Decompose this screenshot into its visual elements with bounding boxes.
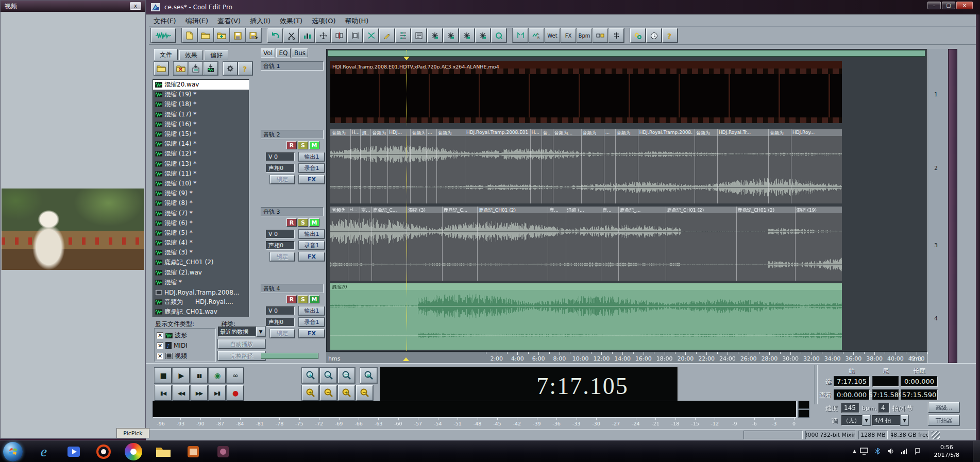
track-name-field[interactable]: 音轨 2: [261, 130, 324, 139]
loop-button[interactable]: ∞: [227, 368, 244, 383]
track-solo-button[interactable]: S: [298, 141, 308, 149]
trim-button[interactable]: [347, 28, 363, 43]
snap-to-zero-button[interactable]: [459, 28, 475, 43]
track-volume-field[interactable]: V 0: [266, 230, 295, 238]
key-dropdown[interactable]: （无） ▼: [841, 415, 870, 425]
menu-item-4[interactable]: 效果(T): [275, 14, 307, 28]
track-solo-button[interactable]: S: [298, 218, 308, 227]
file-list-item[interactable]: 混缩 (5) *: [153, 228, 249, 238]
marker-button[interactable]: [593, 28, 608, 43]
tempo-advanced-button[interactable]: 高级...: [928, 402, 959, 413]
track-output-button[interactable]: 输出1: [299, 306, 325, 315]
time-display[interactable]: 7:17.105: [380, 367, 678, 405]
cut-button[interactable]: [283, 28, 299, 43]
file-type-checkbox-2[interactable]: ✕: [157, 353, 163, 360]
multitrack-view-toggle[interactable]: [151, 28, 176, 43]
track-mute-button[interactable]: M: [309, 218, 319, 227]
track-lock-button[interactable]: 锁定: [270, 329, 295, 338]
file-list-item[interactable]: 混缩 (8) *: [153, 198, 249, 208]
maximize-button[interactable]: ▢: [942, 2, 955, 9]
bpm-button[interactable]: Bpm: [577, 28, 592, 43]
record-button[interactable]: ●: [227, 385, 244, 401]
pause-button[interactable]: ▮▮: [191, 368, 208, 383]
track-pan-field[interactable]: 声相0: [266, 164, 295, 173]
tray-volume-icon[interactable]: [885, 445, 897, 457]
file-list[interactable]: 混缩20.wav混缩 (19) *混缩 (18) *混缩 (17) *混缩 (1…: [153, 79, 249, 317]
snap-to-clips-button[interactable]: [427, 28, 443, 43]
file-list-item[interactable]: 混缩 (12) *: [153, 149, 249, 159]
level-meter[interactable]: -96-93-90-87-84-81-78-75-72-69-66-63-60-…: [153, 401, 817, 425]
track-pan-field[interactable]: 声相0: [266, 241, 295, 250]
selection-field-0-2[interactable]: 0:00.000: [901, 376, 938, 387]
snap-to-ruler-button[interactable]: [443, 28, 459, 43]
zoom-out-vertical-button[interactable]: −: [356, 385, 373, 401]
track-record-device-button[interactable]: 录音1: [299, 164, 325, 173]
track-lock-button[interactable]: 锁定: [270, 175, 295, 184]
meter-dropdown[interactable]: 4/4 拍 ▼: [872, 415, 908, 425]
track-zoom-scrollbar[interactable]: [261, 353, 318, 359]
zoom-full-button[interactable]: ≡: [360, 368, 377, 383]
file-list-item[interactable]: 混缩 (16) *: [153, 119, 249, 129]
track-mute-button[interactable]: M: [309, 295, 319, 303]
file-list-item[interactable]: 混缩 (14) *: [153, 139, 249, 149]
save-as-button[interactable]: [246, 28, 261, 43]
menu-item-1[interactable]: 编辑(E): [181, 14, 213, 28]
open-append-button[interactable]: [214, 28, 229, 43]
file-options-button[interactable]: [223, 62, 238, 75]
track-mute-button[interactable]: M: [309, 141, 319, 149]
app-titlebar[interactable]: ce.ses* - Cool Edit Pro –▢×: [146, 0, 980, 14]
tray-action-center-icon[interactable]: [912, 445, 923, 457]
file-type-checkbox-0[interactable]: ✕: [157, 332, 163, 339]
open-file-button[interactable]: [154, 62, 168, 75]
move-clip-button[interactable]: [315, 28, 331, 43]
settings-button[interactable]: [630, 28, 646, 43]
track-fx-button[interactable]: FX: [299, 252, 325, 261]
import-file-button[interactable]: [189, 62, 203, 75]
file-list-item[interactable]: 混缩 (13) *: [153, 159, 249, 169]
file-list-item[interactable]: 鹿鼎記_CH01 (2): [153, 258, 249, 267]
file-list-item[interactable]: 混缩 (7) *: [153, 208, 249, 218]
rewind-button[interactable]: ◀◀: [173, 385, 190, 401]
timeline-ruler[interactable]: hmshms2:004:006:008:0010:0012:0014:0016:…: [326, 352, 927, 363]
go-end-button[interactable]: ▶▮: [209, 385, 226, 401]
file-list-item[interactable]: 混缩20.wav: [153, 80, 249, 90]
file-list-item[interactable]: 混缩 (19) *: [153, 90, 249, 99]
autoplay-button[interactable]: 自动播放: [218, 339, 265, 349]
meter-dropdown-arrow-icon[interactable]: ▼: [901, 415, 908, 425]
vertical-scrollbar[interactable]: [948, 49, 957, 363]
timeline-viewport[interactable]: HDJ.Royal.Tramp.2008.E01.HDTV.xPad.720p.…: [326, 49, 927, 352]
start-button[interactable]: [3, 442, 23, 461]
open-button[interactable]: [198, 28, 213, 43]
track-fx-button[interactable]: FX: [299, 175, 325, 184]
tempo-beats-field[interactable]: 4: [878, 403, 890, 413]
track-output-button[interactable]: 输出1: [299, 230, 325, 238]
tray-expand-icon[interactable]: ▲: [853, 449, 856, 454]
file-list-item[interactable]: 混缩 *: [153, 278, 249, 287]
file-list-item[interactable]: 混缩 (10) *: [153, 179, 249, 189]
file-list-item[interactable]: 音频为 HDJ.Royal....: [153, 297, 249, 307]
track-solo-button[interactable]: S: [298, 295, 308, 303]
track-record-device-button[interactable]: 录音1: [299, 318, 325, 327]
metronome-button[interactable]: 节拍器: [928, 415, 959, 425]
loop-mode-button[interactable]: [491, 28, 506, 43]
clip-properties-button[interactable]: [411, 28, 427, 43]
pencil-button[interactable]: [379, 28, 395, 43]
file-list-item[interactable]: 混缩 (6) *: [153, 218, 249, 228]
track-record-button[interactable]: R: [286, 295, 297, 303]
mix-down-button[interactable]: [395, 28, 411, 43]
playhead-marker-top-icon[interactable]: [403, 57, 410, 60]
selection-field-1-0[interactable]: 0:00.000: [834, 389, 870, 400]
tray-monitor-icon[interactable]: [858, 445, 870, 457]
file-list-item[interactable]: 混缩 (4) *: [153, 238, 249, 248]
play-button[interactable]: ▶: [173, 368, 190, 383]
file-panel-tab-0[interactable]: 文件: [154, 49, 178, 60]
track-record-button[interactable]: R: [286, 218, 297, 227]
envelope-lr-button[interactable]: LR: [529, 28, 544, 43]
play-looped-button[interactable]: ◉: [209, 368, 226, 383]
track-volume-field[interactable]: V 0: [266, 306, 295, 315]
menu-item-2[interactable]: 查看(V): [213, 14, 245, 28]
track-output-button[interactable]: 输出1: [299, 152, 325, 161]
playhead-marker-bottom-icon[interactable]: [403, 357, 409, 361]
media-player-icon[interactable]: [65, 443, 82, 460]
file-panel-tab-1[interactable]: 效果: [179, 50, 203, 60]
